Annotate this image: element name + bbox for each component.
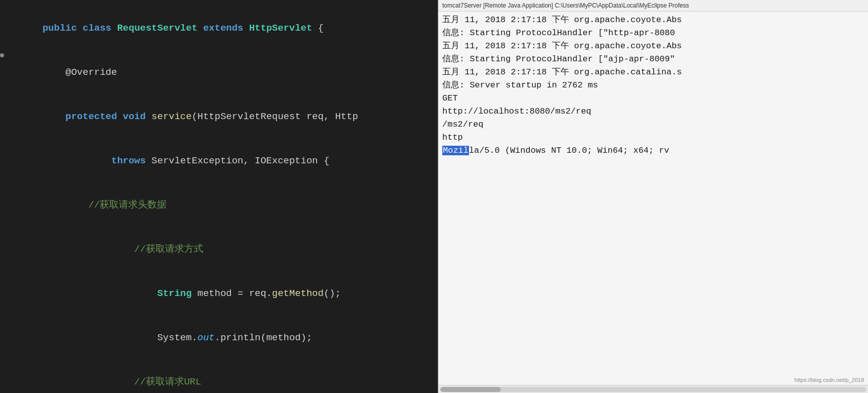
line-content-4: throws ServletException, IOException { <box>4 141 438 180</box>
line-indicator-1 <box>0 5 4 18</box>
println-method-1: .println(method); <box>215 332 312 343</box>
console-header: tomcat7Server [Remote Java Application] … <box>438 0 868 12</box>
throws-exceptions: ServletException, IOException { <box>151 155 329 166</box>
indent-4 <box>42 155 111 166</box>
code-editor: public class RequestServlet extends Http… <box>0 0 438 393</box>
console-line-url: http://localhost:8080/ms2/req <box>442 105 864 118</box>
line-content-9: //获取请求URL <box>4 362 438 393</box>
parens-1: (); <box>324 288 341 299</box>
code-line-4: throws ServletException, IOException { <box>0 137 438 181</box>
indent-8 <box>42 332 157 343</box>
console-line-4: 信息: Starting ProtocolHandler ["ajp-apr-8… <box>442 53 864 66</box>
line-content-1: public class RequestServlet extends Http… <box>4 9 438 48</box>
line-indicator-3 <box>0 93 4 106</box>
line-content-3: protected void service(HttpServletReques… <box>4 97 438 136</box>
code-line-9: //获取请求URL <box>0 358 438 393</box>
line-content-6: //获取请求方式 <box>4 230 438 269</box>
line-indicator-5 <box>0 181 4 194</box>
classname-httpservlet: HttpServlet <box>249 23 312 34</box>
console-line-5: 五月 11, 2018 2:17:18 下午 org.apache.catali… <box>442 66 864 79</box>
keyword-protected: protected <box>65 111 123 122</box>
line-indicator-4 <box>0 137 4 150</box>
var-method: method = req. <box>192 288 272 299</box>
method-service: service <box>151 111 192 122</box>
method-getmethod: getMethod <box>272 288 324 299</box>
brace-open: { <box>312 23 324 34</box>
console-line-6: 信息: Server startup in 2762 ms <box>442 79 864 92</box>
code-line-8: System.out.println(method); <box>0 314 438 358</box>
keyword-void: void <box>123 111 151 122</box>
console-content: 五月 11, 2018 2:17:18 下午 org.apache.coyote… <box>438 12 868 159</box>
line-content-5: //获取请求头数据 <box>4 185 438 225</box>
keyword-class: class <box>83 23 117 34</box>
console-line-http: http <box>442 131 864 144</box>
console-scrollbar[interactable] <box>438 385 868 393</box>
system-out-1: System. <box>157 332 197 343</box>
console-line-get: GET <box>442 92 864 105</box>
code-line-3: protected void service(HttpServletReques… <box>0 92 438 137</box>
watermark: https://blog.csdn.net/p_2018 <box>795 377 864 383</box>
code-line-5: //获取请求头数据 <box>0 181 438 225</box>
scrollbar-track <box>440 387 866 392</box>
line-indicator-6 <box>0 226 4 239</box>
console-line-1: 五月 11, 2018 2:17:18 下午 org.apache.coyote… <box>442 14 864 27</box>
classname-requestservlet: RequestServlet <box>117 23 203 34</box>
params-service: (HttpServletRequest req, Http <box>192 111 358 122</box>
console-line-2: 信息: Starting ProtocolHandler ["http-apr-… <box>442 27 864 40</box>
indent-9 <box>42 376 134 387</box>
indent-3 <box>42 111 65 122</box>
line-content-7: String method = req.getMethod(); <box>4 274 438 313</box>
code-line-2: @Override <box>0 48 438 92</box>
console-line-uri: /ms2/req <box>442 118 864 131</box>
code-line-1: public class RequestServlet extends Http… <box>0 4 438 48</box>
line-indicator-7 <box>0 270 4 283</box>
line-indicator-2 <box>0 49 4 62</box>
scrollbar-thumb[interactable] <box>440 387 501 392</box>
console-line-mozilla: Mozilla/5.0 (Windows NT 10.0; Win64; x64… <box>442 144 864 157</box>
out-italic-1: out <box>197 332 214 343</box>
console-line-3: 五月 11, 2018 2:17:18 下午 org.apache.coyote… <box>442 40 864 53</box>
code-line-7: String method = req.getMethod(); <box>0 269 438 314</box>
keyword-extends: extends <box>203 23 249 34</box>
annotation-override: @Override <box>42 67 117 78</box>
keyword-throws: throws <box>111 155 151 166</box>
indent-5 <box>42 200 88 211</box>
indent-7 <box>42 288 157 299</box>
code-line-6: //获取请求方式 <box>0 225 438 269</box>
line-indicator-8 <box>0 314 4 327</box>
type-string-1: String <box>157 288 191 299</box>
mozilla-highlight: Mozil <box>442 146 469 155</box>
line-indicator-9 <box>0 358 4 371</box>
line-content-2: @Override <box>4 53 438 92</box>
comment-get-url: //获取请求URL <box>134 376 201 387</box>
comment-get-header-data: //获取请求头数据 <box>89 200 167 211</box>
indent-6 <box>42 244 134 255</box>
line-content-8: System.out.println(method); <box>4 318 438 357</box>
console-panel: tomcat7Server [Remote Java Application] … <box>438 0 868 393</box>
comment-get-method: //获取请求方式 <box>134 244 203 255</box>
keyword-public: public <box>42 23 83 34</box>
